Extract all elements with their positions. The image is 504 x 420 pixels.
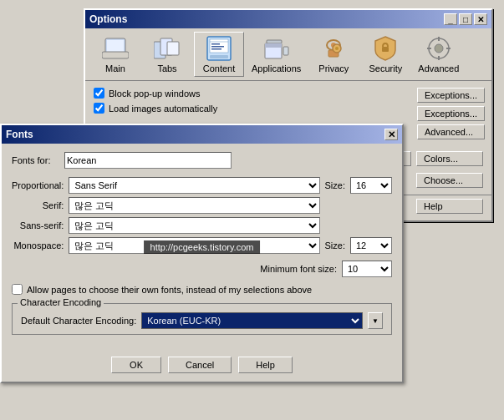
popup-row: Block pop-up windows	[94, 88, 408, 99]
svg-rect-5	[167, 42, 179, 55]
minsize-select[interactable]: 10	[342, 261, 392, 277]
size-label-1: Size:	[325, 180, 345, 190]
toolbar-main[interactable]: Main	[90, 32, 140, 77]
svg-rect-25	[438, 37, 440, 41]
security-icon	[372, 35, 399, 62]
size-label-2: Size:	[325, 240, 345, 250]
help-button[interactable]: Help	[238, 357, 293, 373]
fonts-close-button[interactable]: ✕	[384, 129, 398, 140]
serif-select[interactable]: 많은 고딕	[69, 197, 319, 214]
monospace-select[interactable]: 많은 고딕	[69, 237, 319, 254]
toolbar-advanced[interactable]: Advanced	[412, 32, 465, 77]
fonts-title-bar: Fonts ✕	[2, 125, 402, 144]
advanced-button-1[interactable]: Advanced...	[417, 124, 485, 139]
allow-row: Allow pages to choose their own fonts, i…	[12, 284, 392, 295]
svg-point-24	[435, 44, 443, 53]
fonts-body: Fonts for: Korean Proportional: Sans Ser…	[2, 144, 402, 352]
char-encoding-group: Character Encoding Default Character Enc…	[12, 303, 392, 335]
proportional-label: Proportional:	[12, 180, 64, 190]
svg-rect-27	[427, 48, 431, 49]
toolbar-tabs[interactable]: Tabs	[142, 32, 192, 77]
sans-serif-select[interactable]: 많은 고딕	[69, 217, 319, 234]
options-help-button[interactable]: Help	[416, 199, 483, 214]
fonts-for-row: Fonts for: Korean	[12, 152, 392, 169]
svg-rect-12	[211, 48, 221, 50]
advanced-icon	[425, 35, 452, 62]
popup-checkbox[interactable]	[94, 88, 104, 99]
minsize-container: http://pcgeeks.tistory.com Minimum font …	[12, 261, 392, 277]
svg-rect-28	[446, 48, 451, 49]
sans-serif-label: Sans-serif:	[12, 220, 64, 230]
proportional-size-select[interactable]: 16	[350, 177, 392, 194]
options-title: Options	[89, 13, 127, 25]
svg-rect-14	[267, 40, 282, 43]
fonts-for-label: Fonts for:	[12, 155, 58, 165]
toolbar-security[interactable]: Security	[360, 32, 410, 77]
encoding-row: Default Character Encoding: Korean (EUC-…	[21, 312, 383, 329]
font-grid: Proportional: Sans Serif Size: 16 Serif:…	[12, 177, 392, 254]
privacy-label: Privacy	[318, 63, 349, 73]
options-toolbar: Main Tabs	[85, 28, 491, 81]
cancel-button[interactable]: Cancel	[168, 357, 232, 373]
content-label: Content	[203, 63, 236, 73]
advanced-label: Advanced	[418, 63, 459, 73]
applications-label: Applications	[252, 63, 301, 73]
minsize-label: Minimum font size:	[260, 264, 337, 274]
applications-icon	[263, 35, 290, 62]
monospace-size-select[interactable]: 12	[350, 237, 392, 254]
toolbar-privacy[interactable]: Privacy	[308, 32, 359, 77]
images-label: Load images automatically	[109, 104, 217, 114]
allow-pages-label: Allow pages to choose their own fonts, i…	[27, 285, 312, 295]
toolbar-content[interactable]: Content	[194, 32, 244, 77]
svg-rect-10	[211, 43, 220, 45]
options-title-buttons: _ □ ✕	[444, 13, 487, 25]
colors-button[interactable]: Colors...	[416, 151, 483, 166]
encoding-dropdown-btn[interactable]: ▼	[368, 312, 383, 329]
toolbar-applications[interactable]: Applications	[246, 32, 307, 77]
exceptions-button-1[interactable]: Exceptions...	[417, 88, 485, 103]
svg-rect-1	[107, 40, 124, 52]
char-encoding-title: Character Encoding	[18, 297, 104, 307]
ok-button[interactable]: OK	[111, 357, 161, 373]
exceptions-button-2[interactable]: Exceptions...	[417, 106, 485, 121]
options-title-bar: Options _ □ ✕	[85, 10, 491, 28]
encoding-select[interactable]: Korean (EUC-KR)	[141, 312, 363, 329]
svg-point-21	[335, 47, 339, 50]
minsize-row: Minimum font size: 10	[12, 261, 392, 277]
minimize-button[interactable]: _	[444, 13, 457, 25]
svg-rect-11	[211, 46, 224, 48]
monospace-label: Monospace:	[12, 240, 64, 250]
main-icon	[102, 35, 129, 62]
security-label: Security	[369, 63, 402, 73]
side-buttons: Exceptions... Exceptions... Advanced...	[417, 88, 485, 139]
close-button[interactable]: ✕	[474, 13, 487, 25]
svg-rect-26	[438, 56, 440, 60]
serif-label: Serif:	[12, 200, 64, 210]
popup-label: Block pop-up windows	[109, 89, 200, 99]
tabs-label: Tabs	[157, 63, 176, 73]
fonts-for-select[interactable]: Korean	[64, 152, 232, 169]
svg-rect-15	[265, 43, 282, 48]
maximize-button[interactable]: □	[459, 13, 472, 25]
privacy-icon	[320, 35, 347, 62]
images-row: Load images automatically	[94, 103, 408, 114]
allow-pages-checkbox[interactable]	[12, 284, 23, 295]
encoding-label: Default Character Encoding:	[21, 316, 136, 326]
svg-rect-9	[210, 55, 228, 58]
fonts-title-label: Fonts	[6, 129, 33, 140]
fonts-dialog: Fonts ✕ Fonts for: Korean Proportional: …	[0, 124, 404, 383]
svg-rect-2	[102, 52, 129, 58]
main-label: Main	[105, 63, 125, 73]
tabs-icon	[154, 35, 181, 62]
svg-rect-16	[283, 47, 288, 55]
fonts-dialog-buttons: OK Cancel Help	[2, 352, 402, 382]
proportional-select[interactable]: Sans Serif	[69, 177, 319, 194]
images-checkbox[interactable]	[94, 103, 104, 114]
content-icon	[206, 35, 232, 62]
svg-rect-22	[382, 47, 389, 52]
choose-button[interactable]: Choose...	[416, 173, 483, 188]
